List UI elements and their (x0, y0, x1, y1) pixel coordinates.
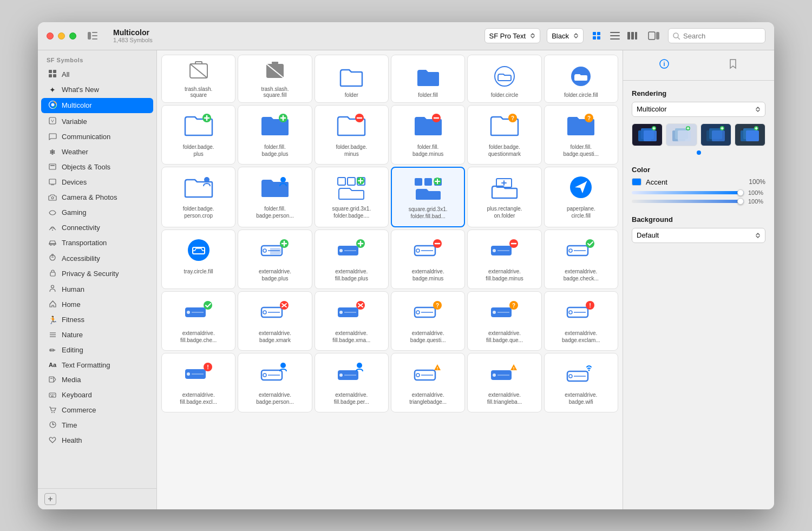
add-category-button[interactable]: + (44, 493, 56, 505)
icon-cell-folder-badge-questionmark[interactable]: ? folder.badge.questionmark (467, 105, 541, 165)
color-accent-slider[interactable] (632, 191, 744, 194)
icon-name: externaldrive.badge.questi... (410, 330, 446, 344)
icon-preview (567, 360, 594, 387)
icon-cell-trash-slash-square[interactable]: trash.slash.square (161, 55, 235, 103)
icon-cell-externaldrive-fill-badge-question[interactable]: ? externaldrive.fill.badge.que... (467, 291, 541, 351)
gallery-view-button[interactable] (625, 28, 640, 43)
sidebar-item-objects-tools[interactable]: Objects & Tools (41, 160, 153, 174)
icon-name: folder.fill.badge.person... (256, 205, 294, 219)
sidebar-item-fitness[interactable]: 🏃 Fitness (41, 313, 153, 327)
inspector-tab-info[interactable]: i (632, 57, 697, 74)
icon-cell-folder-fill-badge-plus[interactable]: folder.fill.badge.plus (238, 105, 312, 165)
sidebar-item-media[interactable]: Media (41, 373, 153, 387)
icon-cell-folder-circle-fill[interactable]: folder.circle.fill (544, 55, 618, 103)
sidebar-item-all[interactable]: All (41, 67, 153, 82)
icon-cell-folder-fill-badge-person[interactable]: folder.fill.badge.person... (238, 167, 312, 227)
icon-cell-externaldrive-fill-badge-exclaim[interactable]: ! externaldrive.fill.badge.excl... (161, 353, 235, 412)
icon-preview (338, 174, 365, 201)
svg-text:?: ? (511, 115, 514, 121)
search-box[interactable] (668, 28, 765, 43)
inspector-tab-bookmark[interactable] (701, 57, 766, 74)
icon-cell-externaldrive-trianglebadge[interactable]: ! externaldrive.trianglebadge... (391, 353, 465, 412)
search-input[interactable] (683, 32, 774, 40)
sidebar-item-multicolor[interactable]: Multicolor (41, 98, 153, 113)
sidebar-item-keyboard[interactable]: Keyboard (41, 388, 153, 402)
background-select[interactable]: Default (632, 228, 765, 243)
sidebar-item-variable[interactable]: V Variable (41, 114, 153, 129)
icon-cell-externaldrive-fill-trianglebadge[interactable]: ! externaldrive.fill.triangleba... (467, 353, 541, 412)
icon-cell-folder-fill[interactable]: folder.fill (391, 55, 465, 103)
sidebar-toggle-button[interactable] (85, 30, 100, 41)
icon-cell-square-grid-folder-badge[interactable]: square.grid.3x1.folder.badge.... (315, 167, 389, 227)
preview-item-4[interactable] (735, 123, 765, 146)
sidebar-item-health[interactable]: Health (41, 434, 153, 448)
inspector-toggle-button[interactable] (646, 28, 662, 43)
sidebar-item-connectivity[interactable]: Connectivity (41, 221, 153, 235)
svg-rect-29 (51, 185, 54, 185)
sidebar-item-text-formatting[interactable]: Aa Text Formatting (41, 358, 153, 372)
sidebar-item-camera[interactable]: Camera & Photos (41, 191, 153, 205)
icon-cell-trash-slash-square-fill[interactable]: trash.slash.square.fill (238, 55, 312, 103)
preview-item-3[interactable] (700, 123, 731, 146)
privacy-icon (48, 270, 57, 278)
grid-view-button[interactable] (590, 28, 605, 43)
icon-cell-folder-badge-person-crop[interactable]: folder.badge.person.crop (161, 167, 235, 227)
sidebar-item-human-label: Human (62, 285, 84, 293)
sidebar-item-transportation[interactable]: Transportation (41, 236, 153, 250)
minimize-button[interactable] (58, 32, 65, 40)
icon-cell-externaldrive-fill-badge-xmark[interactable]: externaldrive.fill.badge.xma... (315, 291, 389, 351)
icon-cell-paperplane-circle-fill[interactable]: paperplane.circle.fill (544, 167, 618, 227)
maximize-button[interactable] (69, 32, 76, 40)
icon-cell-folder[interactable]: folder (315, 55, 389, 103)
sidebar-item-commerce[interactable]: Commerce (41, 403, 153, 417)
svg-point-30 (51, 196, 54, 199)
icon-cell-externaldrive-badge-exclaim[interactable]: ! externaldrive.badge.exclam... (544, 291, 618, 351)
font-selector[interactable]: SF Pro Text (484, 28, 541, 43)
icon-cell-tray-circle-fill[interactable]: tray.circle.fill (161, 230, 235, 289)
rendering-select[interactable]: Multicolor (632, 102, 765, 117)
inspector-panel: i Rendering Multicolor (623, 50, 774, 509)
sidebar-item-devices[interactable]: Devices (41, 175, 153, 189)
sidebar-item-accessibility[interactable]: Accessibility (41, 251, 153, 266)
icon-name: externaldrive.fill.badge.per... (334, 391, 369, 405)
icon-name: externaldrive.badge.check... (564, 268, 599, 282)
sidebar-item-privacy[interactable]: Privacy & Security (41, 267, 153, 281)
icon-cell-externaldrive-badge-person[interactable]: externaldrive.badge.person... (238, 353, 312, 412)
sidebar-item-human[interactable]: Human (41, 282, 153, 297)
sidebar-item-whats-new[interactable]: ✦ What's New (41, 83, 153, 97)
sidebar-item-nature[interactable]: Nature (41, 328, 153, 342)
icon-cell-externaldrive-fill-badge-plus[interactable]: externaldrive.fill.badge.plus (315, 230, 389, 289)
icon-cell-externaldrive-badge-plus[interactable]: externaldrive.badge.plus (238, 230, 312, 289)
icon-cell-externaldrive-fill-badge-person[interactable]: externaldrive.fill.badge.per... (315, 353, 389, 412)
icon-cell-folder-fill-badge-questi[interactable]: ? folder.fill.badge.questi... (544, 105, 618, 165)
icon-cell-square-grid-folder-fill-badge[interactable]: square.grid.3x1.folder.fill.bad... (391, 167, 465, 227)
sidebar-item-communication[interactable]: Communication (41, 130, 153, 144)
sidebar-item-gaming[interactable]: Gaming (41, 206, 153, 220)
icon-cell-folder-fill-badge-minus[interactable]: folder.fill.badge.minus (391, 105, 465, 165)
list-view-button[interactable] (607, 28, 623, 43)
svg-rect-63 (272, 62, 278, 64)
icon-cell-externaldrive-fill-badge-check[interactable]: externaldrive.fill.badge.che... (161, 291, 235, 351)
icon-cell-externaldrive-badge-check[interactable]: externaldrive.badge.check... (544, 230, 618, 289)
sidebar-item-time[interactable]: Time (41, 418, 153, 432)
icon-cell-externaldrive-badge-minus[interactable]: externaldrive.badge.minus (391, 230, 465, 289)
weight-selector[interactable]: Black (547, 28, 584, 43)
sidebar-item-weather[interactable]: ❄ Weather (41, 145, 153, 159)
icon-cell-externaldrive-badge-wifi[interactable]: externaldrive.badge.wifi (544, 353, 618, 412)
icon-cell-folder-badge-plus[interactable]: folder.badge.plus (161, 105, 235, 165)
close-button[interactable] (47, 32, 54, 40)
icon-cell-externaldrive-badge-xmark[interactable]: externaldrive.badge.xmark (238, 291, 312, 351)
icon-cell-folder-badge-minus[interactable]: folder.badge.minus (315, 105, 389, 165)
icon-cell-externaldrive-fill-badge-minus[interactable]: externaldrive.fill.badge.minus (467, 230, 541, 289)
preview-item-2[interactable] (666, 123, 697, 146)
icon-cell-externaldrive-badge-question[interactable]: ? externaldrive.badge.questi... (391, 291, 465, 351)
icon-cell-plus-rectangle-on-folder[interactable]: plus.rectangle.on.folder (467, 167, 541, 227)
sidebar-item-editing[interactable]: ✏ Editing (41, 343, 153, 357)
icon-name: externaldrive.trianglebadge... (409, 391, 447, 405)
icon-cell-folder-circle[interactable]: folder.circle (467, 55, 541, 103)
color-opacity-slider[interactable] (632, 200, 744, 203)
sidebar-item-all-label: All (62, 70, 69, 78)
icon-preview (491, 237, 518, 264)
preview-item-1[interactable] (632, 123, 663, 146)
sidebar-item-home[interactable]: Home (41, 298, 153, 312)
